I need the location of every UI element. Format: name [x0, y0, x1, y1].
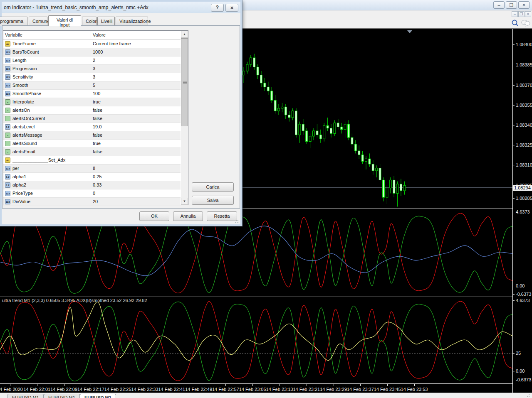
- annulla-button[interactable]: Annulla: [173, 211, 203, 221]
- ok-button[interactable]: OK: [139, 211, 169, 221]
- table-row[interactable]: ~alertsSoundtrue: [3, 140, 181, 148]
- table-row[interactable]: 123Length2: [3, 57, 181, 65]
- table-row[interactable]: 123DivValue20: [3, 198, 181, 206]
- restore-icon[interactable]: ❐: [506, 1, 517, 9]
- close-icon[interactable]: ×: [518, 1, 530, 9]
- time-tick: [307, 384, 307, 386]
- table-row[interactable]: 123per8: [3, 165, 181, 173]
- chart-tab-2[interactable]: EURUSD,M1: [44, 394, 80, 398]
- table-row[interactable]: 123BarsToCount1000: [3, 48, 181, 57]
- int-type-icon: 123: [5, 91, 10, 96]
- table-row[interactable]: 1.2alertsLevel19.0: [3, 123, 181, 131]
- scroll-thumb[interactable]: [181, 38, 188, 126]
- salva-button[interactable]: Salva: [192, 196, 234, 205]
- price-tick: [513, 65, 515, 65]
- variable-name: SmoothPhase: [12, 91, 41, 96]
- scroll-down-icon[interactable]: ▼: [181, 198, 188, 205]
- dialog-resize-grip[interactable]: [235, 219, 240, 224]
- int-type-icon: 123: [5, 49, 10, 55]
- variable-value[interactable]: 3: [93, 66, 95, 71]
- table-row[interactable]: 123Smooth5: [3, 81, 181, 90]
- variable-value[interactable]: 3: [93, 74, 95, 79]
- price-tick: [513, 145, 515, 145]
- bool-type-icon: ~: [5, 141, 10, 146]
- variable-name: Sensitivity: [12, 74, 33, 79]
- variable-value[interactable]: false: [93, 116, 102, 121]
- community-chat-icon[interactable]: [521, 19, 531, 27]
- help-icon[interactable]: ?: [211, 4, 224, 12]
- chart-close-icon[interactable]: ×: [525, 11, 531, 17]
- dialog-tab-livelli[interactable]: Livelli: [97, 17, 115, 26]
- dialog-tab-valori-di-input[interactable]: Valori di input: [48, 15, 81, 26]
- chart-tab-3[interactable]: EURUSD,M1: [80, 394, 116, 398]
- zoom-icon[interactable]: [511, 19, 519, 27]
- resetta-button[interactable]: Resetta: [207, 211, 237, 221]
- table-row[interactable]: ~alertsEmailfalse: [3, 148, 181, 156]
- chart-minimize-icon[interactable]: –: [512, 11, 518, 17]
- time-tick: [172, 384, 172, 386]
- minimize-icon[interactable]: –: [493, 1, 505, 9]
- variable-value[interactable]: true: [93, 141, 101, 146]
- variable-value[interactable]: 1000: [93, 49, 103, 54]
- variable-value[interactable]: false: [93, 133, 102, 138]
- variable-value[interactable]: 19.0: [93, 124, 101, 129]
- variable-value[interactable]: 20: [93, 199, 98, 204]
- enum-type-icon: ab: [5, 157, 10, 163]
- variable-value[interactable]: false: [93, 108, 102, 113]
- variable-value[interactable]: 100: [93, 91, 100, 96]
- time-tick: [91, 384, 91, 386]
- screen: – ❐ × – ❐ × ultra trend M1 (2,3,3) 0.650…: [0, 0, 532, 398]
- variable-value[interactable]: 8: [93, 166, 95, 171]
- table-row[interactable]: ~Interpolatetrue: [3, 98, 181, 106]
- scroll-up-icon[interactable]: ▲: [181, 31, 188, 38]
- indicator-scale-tick: [513, 300, 515, 301]
- price-tick-label: 1.08400: [516, 42, 532, 47]
- carica-button[interactable]: Carica: [192, 182, 234, 192]
- variable-name: PriceType: [12, 191, 33, 196]
- variable-value[interactable]: false: [93, 149, 102, 154]
- dialog-tab-visualizzazione[interactable]: Visualizzazione: [116, 17, 148, 26]
- table-row[interactable]: 123Sensitivity3: [3, 73, 181, 81]
- table-row[interactable]: abTimeFrameCurrent time frame: [3, 40, 181, 48]
- variable-value[interactable]: 0: [93, 191, 95, 196]
- table-row[interactable]: 123Progression3: [3, 65, 181, 73]
- header-variabile: Variabile: [5, 32, 22, 37]
- dialog-tab-comune[interactable]: Comune: [29, 17, 47, 26]
- current-price-badge: 1.08294: [513, 185, 532, 191]
- dialog-titlebar[interactable]: om Indicator - 1ultra_trend_basic_smooth…: [2, 2, 240, 13]
- variable-value[interactable]: Current time frame: [93, 41, 131, 46]
- resize-grip[interactable]: [527, 394, 531, 397]
- enum-type-icon: ab: [5, 41, 10, 47]
- chart-tab-bar: EURUSD,M1EURUSD,M1EURUSD,M1: [0, 393, 532, 398]
- dialog-tab-colori[interactable]: Colori: [82, 17, 97, 26]
- table-row[interactable]: ~alertsOnCurrentfalse: [3, 115, 181, 123]
- table-scrollbar[interactable]: ▲ ▼: [181, 31, 188, 205]
- separator[interactable]: [0, 296, 512, 296]
- time-tick-label: 14 Feb 23:05: [239, 387, 266, 392]
- indicator-scale-label: 0.00: [516, 369, 525, 373]
- indicator-scale-tick: [513, 294, 515, 295]
- dialog-close-icon[interactable]: ×: [225, 4, 238, 12]
- variable-value[interactable]: 5: [93, 83, 95, 88]
- chart-restore-icon[interactable]: ❐: [518, 11, 525, 17]
- table-row[interactable]: ~alertsMessagefalse: [3, 131, 181, 140]
- table-row[interactable]: 123SmoothPhase100: [3, 90, 181, 98]
- variable-value[interactable]: 0.25: [93, 174, 101, 179]
- table-row[interactable]: 123PriceType0: [3, 189, 181, 198]
- chart-tab-1[interactable]: EURUSD,M1: [7, 394, 44, 398]
- table-row[interactable]: ~alertsOnfalse: [3, 106, 181, 115]
- price-tick-label: 1.08340: [516, 123, 532, 128]
- variable-value[interactable]: 2: [93, 58, 95, 63]
- int-type-icon: 123: [5, 66, 10, 71]
- table-row[interactable]: 1.2alpha20.33: [3, 181, 181, 189]
- time-tick-label: 14 Feb 22:41: [158, 387, 185, 392]
- table-row[interactable]: 1.2alpha10.25: [3, 173, 181, 181]
- time-tick: [118, 384, 118, 386]
- dialog-tab-programma[interactable]: programma: [0, 17, 27, 26]
- indicator-scale-tick: [513, 371, 515, 371]
- variable-value[interactable]: true: [93, 99, 101, 104]
- time-tick: [334, 384, 334, 386]
- table-row[interactable]: ab______________Set_Adx: [3, 156, 181, 165]
- variable-value[interactable]: 0.33: [93, 182, 101, 187]
- header-valore: Valore: [93, 32, 106, 37]
